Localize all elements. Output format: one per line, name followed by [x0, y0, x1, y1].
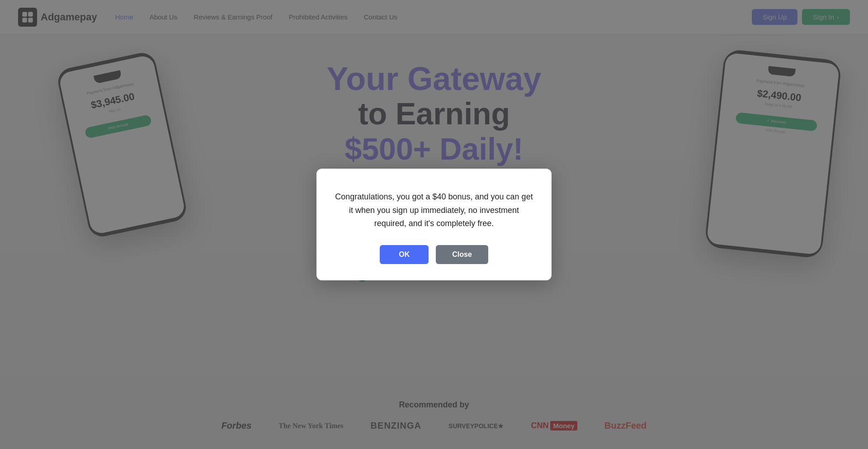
modal-close-button[interactable]: Close: [436, 245, 488, 264]
modal-ok-button[interactable]: OK: [380, 245, 429, 264]
modal-buttons: OK Close: [335, 245, 533, 264]
modal-overlay: Congratulations, you got a $40 bonus, an…: [0, 0, 868, 449]
modal-dialog: Congratulations, you got a $40 bonus, an…: [316, 169, 552, 280]
modal-message: Congratulations, you got a $40 bonus, an…: [335, 190, 533, 231]
